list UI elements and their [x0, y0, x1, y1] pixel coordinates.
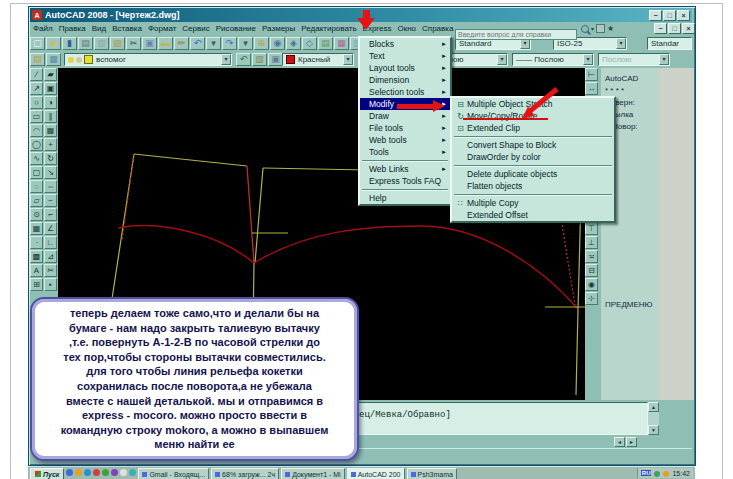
tool-icon[interactable]: ≍	[585, 250, 598, 263]
screen-menu-item[interactable]: AutoCAD	[605, 74, 659, 83]
zoom-realtime-icon[interactable]: ◉	[270, 37, 285, 50]
tool-icon[interactable]: ⌐	[44, 208, 57, 221]
express-menu-item[interactable]: Layout tools ►	[360, 62, 450, 74]
express-menu-item[interactable]: Web Links ►	[360, 163, 450, 175]
express-menu-item[interactable]: Text ►	[360, 50, 450, 62]
tool-icon[interactable]: ▦	[30, 222, 43, 235]
redo-dropdown-icon[interactable]: ▾	[238, 37, 253, 50]
tool-icon[interactable]: ◉	[585, 278, 598, 291]
tool-icon[interactable]: ↘	[44, 166, 57, 179]
quicklaunch-icon[interactable]	[75, 469, 82, 476]
submenu-item[interactable]: ∷ Multiple Copy	[452, 197, 614, 209]
tool-icon[interactable]: ⊞	[30, 278, 43, 291]
search-input[interactable]	[455, 29, 577, 40]
combo-dropdown-icon[interactable]: ▾	[616, 38, 626, 49]
express-menu-item[interactable]: File tools ►	[360, 122, 450, 134]
clock[interactable]: 15:42	[672, 470, 690, 477]
express-menu-item[interactable]: Blocks ►	[360, 38, 450, 50]
new-icon[interactable]: ▢	[30, 37, 45, 50]
maximize-button[interactable]: □	[663, 10, 676, 21]
menu-bar-item[interactable]: Файл	[30, 24, 56, 33]
help-search-box[interactable]	[455, 23, 577, 34]
task-button[interactable]: Psh3mama	[407, 468, 457, 479]
task-button[interactable]: Gmail - Входящ...	[138, 468, 209, 479]
scroll-left-icon[interactable]: ◄	[614, 437, 625, 447]
quicklaunch-icon[interactable]	[111, 469, 118, 476]
plot-icon[interactable]: ▤	[78, 37, 93, 50]
menu-bar-item[interactable]: Размеры	[259, 24, 298, 33]
tool-icon[interactable]: ▭	[30, 110, 43, 123]
menu-bar-item[interactable]: Правка	[56, 24, 89, 33]
express-menu-item[interactable]: Selection tools ►	[360, 86, 450, 98]
tray-icon[interactable]	[663, 471, 669, 477]
mdi-restore-button[interactable]: □	[668, 23, 681, 34]
express-menu-item[interactable]: Help	[360, 192, 450, 204]
tool-icon[interactable]: ◠	[30, 124, 43, 137]
zoom-window-icon[interactable]: ◈	[286, 37, 301, 50]
pan-icon[interactable]: ⊕	[254, 37, 269, 50]
scroll-right-icon[interactable]: ►	[626, 437, 637, 447]
mdi-close-button[interactable]: ×	[682, 23, 695, 34]
start-button[interactable]: Пуск	[30, 468, 64, 479]
paste-icon[interactable]: ▬	[158, 37, 173, 50]
tool-icon[interactable]: +	[44, 138, 57, 151]
layerp-icon[interactable]: ▣	[268, 53, 283, 66]
tool-icon[interactable]: ⊙	[30, 208, 43, 221]
combo-dropdown-icon[interactable]: ▾	[583, 54, 593, 65]
command-hscroll[interactable]: ◄ ►	[614, 437, 637, 447]
designcenter-icon[interactable]: ▦	[334, 37, 349, 50]
undo-icon[interactable]: ↶	[190, 37, 205, 50]
quicklaunch-icon[interactable]	[102, 469, 109, 476]
tool-icon[interactable]: ⊥	[585, 236, 598, 249]
tool-icon[interactable]: ↻	[44, 152, 57, 165]
tool-icon[interactable]: ▪	[44, 278, 57, 291]
tool-icon[interactable]: ⊟	[585, 264, 598, 277]
tool-icon[interactable]: ∕	[30, 68, 43, 81]
screen-menu-item-predmenu[interactable]: ПРЕДМЕНЮ	[605, 300, 653, 309]
task-button[interactable]: 68% загруж... 2ч	[211, 468, 279, 479]
menu-bar-item[interactable]: Сервис	[179, 24, 212, 33]
quicklaunch-icon[interactable]	[93, 469, 100, 476]
tool-icon[interactable]: ▢	[30, 166, 43, 179]
language-indicator[interactable]: RU	[641, 470, 652, 476]
submenu-item[interactable]: Delete duplicate objects	[452, 168, 614, 180]
menu-bar-item[interactable]: Вставка	[109, 24, 145, 33]
menu-bar-item[interactable]: Редактировать	[298, 24, 359, 33]
save-icon[interactable]: ▮	[62, 37, 77, 50]
cut-icon[interactable]: ✂	[126, 37, 141, 50]
task-button[interactable]: Документ1 - Mi	[281, 468, 345, 479]
lineweight-combo[interactable]: Послою ▾	[598, 53, 670, 66]
submenu-item[interactable]: ↻ Move/Copy/Rotate	[452, 110, 614, 122]
tool-icon[interactable]: ∟	[44, 236, 57, 249]
layer-combo[interactable]: вспомог ▾	[64, 53, 232, 66]
submenu-item[interactable]: Convert Shape to Block	[452, 139, 614, 151]
menu-bar-item[interactable]: Вид	[89, 24, 109, 33]
tool-icon[interactable]: ∙	[30, 236, 43, 249]
menu-bar-item[interactable]: Формат	[145, 24, 179, 33]
redo-icon[interactable]: ↷	[222, 37, 237, 50]
combo-dropdown-icon[interactable]: ▾	[343, 54, 353, 65]
express-menu-item[interactable]: Express Tools FAQ	[360, 175, 450, 187]
tool-icon[interactable]: ⊤	[585, 222, 598, 235]
search-dropdown-icon[interactable]: ▾	[591, 25, 594, 32]
tool-icon[interactable]: ○	[30, 96, 43, 109]
tool-icon[interactable]: ↔	[585, 82, 598, 95]
tool-icon[interactable]: ⊿	[44, 250, 57, 263]
layer-previous-icon[interactable]: ▥	[252, 53, 267, 66]
tool-icon[interactable]: ▦	[44, 124, 57, 137]
minimize-button[interactable]: −	[649, 10, 662, 21]
tool-icon[interactable]: ◑	[44, 96, 57, 109]
tool-icon[interactable]: ⊹	[585, 292, 598, 305]
tool-icon[interactable]: ▰	[44, 68, 57, 81]
table-style-combo[interactable]: Standar	[647, 37, 692, 50]
plot-preview-icon[interactable]: ▥	[94, 37, 109, 50]
publish-icon[interactable]: ▨	[110, 37, 125, 50]
properties-icon[interactable]: ▤	[318, 37, 333, 50]
quicklaunch-icon[interactable]	[129, 469, 136, 476]
tool-icon[interactable]: ▣	[44, 82, 57, 95]
layer-manager-icon[interactable]: ▤	[30, 53, 45, 66]
comm-center-icon[interactable]	[596, 24, 605, 33]
combo-dropdown-icon[interactable]: ▾	[659, 54, 669, 65]
scroll-down-icon[interactable]: ▼	[648, 425, 659, 435]
express-menu-item[interactable]: Web tools ►	[360, 134, 450, 146]
